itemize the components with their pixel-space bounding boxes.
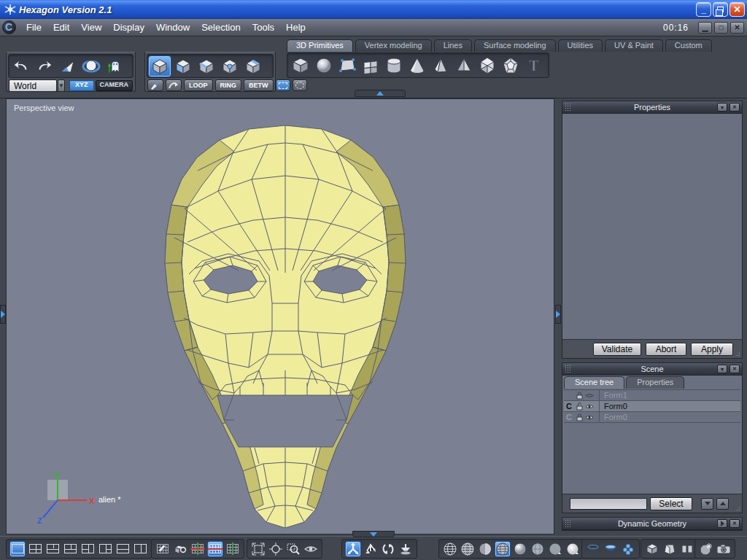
visibility-on-icon[interactable] — [584, 414, 595, 421]
wireframe-hidden-button[interactable] — [460, 541, 476, 557]
move-up-button[interactable] — [716, 498, 729, 510]
cone-primitive-button[interactable] — [406, 55, 429, 77]
properties-close-button[interactable]: ✕ — [729, 103, 740, 112]
minimize-button[interactable]: _ — [696, 2, 711, 17]
select-button[interactable]: Select — [650, 497, 692, 510]
select-vertex-button[interactable] — [218, 55, 241, 77]
xyz-button[interactable]: XYZ — [69, 80, 94, 91]
menu-view[interactable]: View — [75, 20, 107, 35]
select-face-button[interactable] — [171, 55, 195, 77]
dodecahedron-primitive-button[interactable] — [499, 55, 522, 77]
tab-surface-modeling[interactable]: Surface modeling — [474, 39, 556, 52]
resize-grip[interactable] — [734, 505, 741, 512]
inner-maximize-button[interactable]: □ — [714, 22, 728, 34]
render-sphere-button[interactable] — [698, 541, 714, 557]
visibility-on-icon[interactable] — [584, 403, 595, 410]
bottombar-collapse-handle[interactable] — [352, 531, 395, 537]
menu-tools[interactable]: Tools — [247, 20, 280, 35]
undo-button[interactable] — [9, 55, 33, 77]
scene-properties-tab[interactable]: Properties — [626, 376, 684, 389]
layout-vsplit-button[interactable] — [132, 541, 148, 557]
grid-on-button[interactable] — [207, 541, 223, 557]
smooth-wire-button[interactable] — [530, 541, 546, 557]
translate-button[interactable] — [363, 541, 379, 557]
left-panel-handle[interactable] — [0, 305, 6, 324]
tab-3d-primitives[interactable]: 3D Primitives — [287, 39, 353, 52]
layout-left-split-button[interactable] — [80, 541, 96, 557]
layout-hsplit-button[interactable] — [115, 541, 131, 557]
menu-selection[interactable]: Selection — [196, 20, 246, 35]
hexagon-logo-icon[interactable] — [2, 20, 16, 34]
layout-single-button[interactable] — [9, 541, 26, 557]
scene-header[interactable]: Scene ▼ ✕ — [562, 363, 742, 376]
alien-head-model[interactable] — [7, 99, 554, 534]
curve-select-button[interactable] — [166, 79, 182, 91]
dynamic-geometry-header[interactable]: Dynamic Geometry ✕ — [562, 518, 742, 530]
select-edge-button[interactable] — [195, 55, 218, 77]
tab-custom[interactable]: Custom — [665, 39, 712, 52]
redo-button[interactable] — [33, 55, 56, 77]
scene-close-button[interactable]: ✕ — [729, 365, 740, 373]
bevel-mode-button[interactable] — [662, 541, 678, 557]
move-down-button[interactable] — [701, 498, 713, 510]
universal-manipulator-button[interactable] — [345, 541, 361, 557]
scene-row-form0[interactable]: C Form0 — [564, 412, 740, 423]
text-primitive-button[interactable]: T — [522, 55, 546, 77]
tetra-primitive-button[interactable] — [452, 55, 476, 77]
properties-header[interactable]: Properties ▼ ✕ — [562, 101, 742, 114]
menu-file[interactable]: File — [20, 20, 47, 35]
betw-button[interactable]: BETW — [244, 79, 274, 91]
cylinder-primitive-button[interactable] — [382, 55, 406, 77]
ellipse-select-button[interactable] — [293, 79, 307, 91]
validate-button[interactable]: Validate — [593, 343, 641, 356]
menu-edit[interactable]: Edit — [47, 20, 75, 35]
select-object-button[interactable] — [148, 55, 171, 77]
scene-collapse-button[interactable]: ▼ — [717, 365, 727, 373]
scene-tree-tab[interactable]: Scene tree — [564, 376, 624, 389]
apply-button[interactable]: Apply — [691, 343, 733, 356]
space-selector[interactable]: World — [9, 79, 57, 92]
dynamic-geometry-close-button[interactable]: ✕ — [729, 519, 740, 528]
scene-row-form0-selected[interactable]: C Form0 — [564, 401, 740, 412]
fit-view-button[interactable] — [250, 541, 266, 557]
toolbar-collapse-handle[interactable] — [355, 90, 406, 97]
render-camera-button[interactable] — [716, 541, 732, 557]
tab-lines[interactable]: Lines — [434, 39, 472, 52]
tab-uv-paint[interactable]: UV & Paint — [605, 39, 663, 52]
menu-help[interactable]: Help — [280, 20, 311, 35]
resize-grip[interactable] — [734, 350, 741, 357]
smoothing-range-button[interactable] — [603, 541, 619, 557]
panels-mode-button[interactable] — [679, 541, 695, 557]
dynamic-geometry-expand-button[interactable] — [717, 519, 727, 528]
pyramid-primitive-button[interactable] — [429, 55, 452, 77]
ghost-tool-button[interactable] — [103, 55, 126, 77]
menu-display[interactable]: Display — [107, 20, 150, 35]
paint-select-button[interactable] — [147, 79, 163, 91]
layout-top-split-button[interactable] — [44, 541, 61, 557]
scene-filter-input[interactable] — [570, 498, 647, 510]
lock-icon[interactable] — [574, 413, 584, 421]
center-view-button[interactable] — [268, 541, 284, 557]
loop-button[interactable]: LOOP — [184, 79, 213, 91]
menu-window[interactable]: Window — [150, 20, 196, 35]
wireframe-button[interactable] — [442, 541, 458, 557]
lock-open-icon[interactable] — [574, 402, 584, 411]
scene-row-form1[interactable]: Form1 — [564, 390, 740, 401]
cube-primitive-button[interactable] — [289, 55, 312, 77]
scale-button[interactable] — [398, 541, 414, 557]
grid-xy-button[interactable] — [190, 541, 206, 557]
matte-button[interactable] — [547, 541, 563, 557]
icosahedron-primitive-button[interactable] — [476, 55, 499, 77]
rect-select-button[interactable] — [276, 79, 290, 91]
smooth-shade-button[interactable] — [512, 541, 528, 557]
abort-button[interactable]: Abort — [646, 343, 686, 356]
sphere-primitive-button[interactable] — [312, 55, 336, 77]
shaded-wireframe-button[interactable] — [495, 541, 511, 557]
perspective-viewport[interactable]: Perspective view — [6, 98, 554, 534]
layout-right-split-button[interactable] — [97, 541, 113, 557]
facet-primitive-button[interactable] — [336, 55, 359, 77]
properties-collapse-button[interactable]: ▼ — [717, 103, 727, 112]
close-button[interactable]: ✕ — [729, 2, 745, 17]
inner-minimize-button[interactable]: ▁ — [698, 22, 712, 34]
layout-bottom-split-button[interactable] — [62, 541, 78, 557]
